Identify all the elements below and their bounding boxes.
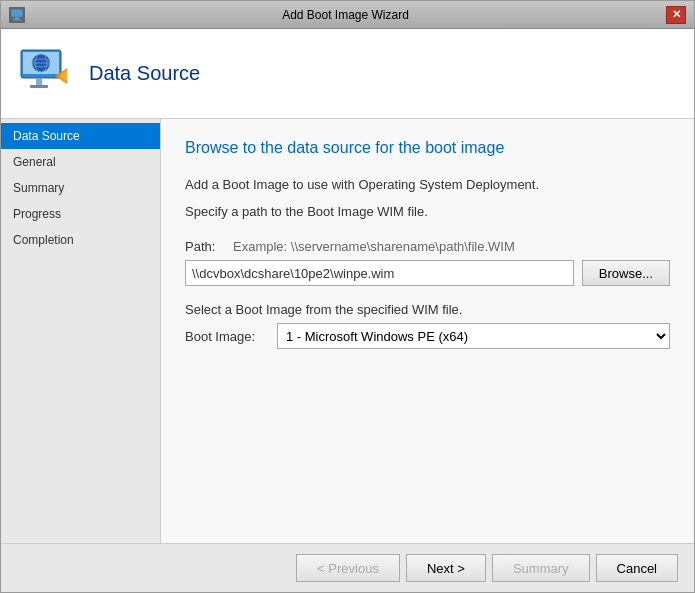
description-1: Add a Boot Image to use with Operating S…	[185, 177, 670, 192]
app-icon	[9, 7, 25, 23]
svg-rect-5	[36, 78, 42, 86]
sidebar-item-data-source[interactable]: Data Source	[1, 123, 160, 149]
sidebar-item-completion[interactable]: Completion	[1, 227, 160, 253]
header-title: Data Source	[89, 62, 200, 85]
content-title: Browse to the data source for the boot i…	[185, 139, 670, 157]
path-label: Path:	[185, 239, 225, 254]
title-bar-left	[9, 7, 25, 23]
form-section: Path: Example: \\servername\sharename\pa…	[185, 239, 670, 349]
boot-image-select[interactable]: 1 - Microsoft Windows PE (x64)	[277, 323, 670, 349]
svg-rect-1	[15, 17, 19, 19]
window-title: Add Boot Image Wizard	[25, 8, 666, 22]
content-area: Browse to the data source for the boot i…	[161, 119, 694, 543]
sidebar: Data Source General Summary Progress Com…	[1, 119, 161, 543]
cancel-button[interactable]: Cancel	[596, 554, 678, 582]
sidebar-item-progress[interactable]: Progress	[1, 201, 160, 227]
previous-button[interactable]: < Previous	[296, 554, 400, 582]
svg-rect-6	[30, 85, 48, 88]
wizard-window: Add Boot Image Wizard ✕	[0, 0, 695, 593]
boot-image-label: Boot Image:	[185, 329, 265, 344]
header-icon	[17, 46, 73, 102]
svg-rect-0	[11, 9, 23, 17]
boot-image-row: Boot Image: 1 - Microsoft Windows PE (x6…	[185, 323, 670, 349]
footer: < Previous Next > Summary Cancel	[1, 543, 694, 592]
path-label-row: Path: Example: \\servername\sharename\pa…	[185, 239, 670, 254]
svg-rect-2	[13, 19, 21, 21]
description-2: Specify a path to the Boot Image WIM fil…	[185, 204, 670, 219]
browse-button[interactable]: Browse...	[582, 260, 670, 286]
next-button[interactable]: Next >	[406, 554, 486, 582]
header-area: Data Source	[1, 29, 694, 119]
path-example: Example: \\servername\sharename\path\fil…	[233, 239, 515, 254]
summary-button[interactable]: Summary	[492, 554, 590, 582]
select-description: Select a Boot Image from the specified W…	[185, 302, 670, 317]
title-bar: Add Boot Image Wizard ✕	[1, 1, 694, 29]
path-row: Browse...	[185, 260, 670, 286]
path-input[interactable]	[185, 260, 574, 286]
main-area: Data Source General Summary Progress Com…	[1, 119, 694, 543]
close-button[interactable]: ✕	[666, 6, 686, 24]
sidebar-item-general[interactable]: General	[1, 149, 160, 175]
sidebar-item-summary[interactable]: Summary	[1, 175, 160, 201]
